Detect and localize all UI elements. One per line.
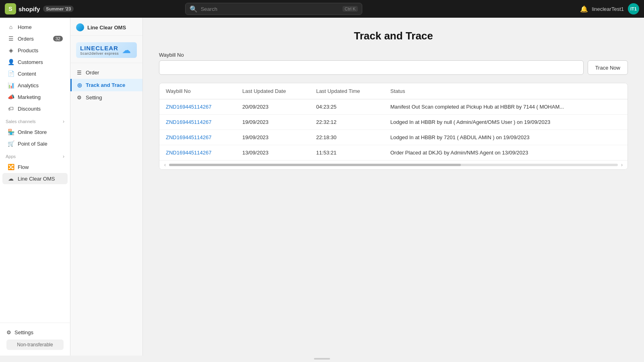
plugin-sidebar: Line Clear OMS LINECLEAR Scan2deliver ex… bbox=[70, 18, 143, 356]
user-avatar[interactable]: lT1 bbox=[628, 3, 639, 14]
non-transferable-text: Non-transferable bbox=[17, 342, 53, 348]
sidebar-item-orders[interactable]: ☰ Orders 32 bbox=[2, 33, 68, 44]
lineclear-oms-icon: ☁ bbox=[7, 175, 14, 182]
setting-nav-icon: ⚙ bbox=[76, 95, 83, 101]
sidebar-item-line-clear-oms[interactable]: ☁ Line Clear OMS bbox=[2, 173, 68, 184]
trace-table-wrapper: Waybill No Last Updated Date Last Update… bbox=[159, 83, 628, 170]
plugin-nav: ☰ Order ◎ Track and Trace ⚙ Setting bbox=[70, 63, 142, 107]
orders-icon: ☰ bbox=[7, 35, 14, 42]
user-initials: lT1 bbox=[630, 6, 637, 11]
sidebar-item-discounts[interactable]: 🏷 Discounts bbox=[2, 103, 68, 114]
sidebar-nav: ⌂ Home ☰ Orders 32 ◈ Products 👤 Customer… bbox=[0, 18, 70, 323]
apps-chevron-icon: › bbox=[63, 154, 64, 159]
sidebar-item-label: Analytics bbox=[18, 82, 39, 88]
sidebar-item-products[interactable]: ◈ Products bbox=[2, 45, 68, 56]
scroll-left-icon[interactable]: ‹ bbox=[163, 162, 167, 168]
non-transferable-badge: Non-transferable bbox=[6, 339, 64, 350]
cell-time: 11:53:21 bbox=[310, 145, 384, 160]
sidebar-item-label: Products bbox=[18, 47, 38, 53]
topbar-right: 🔔 lineclearTest1 lT1 bbox=[580, 3, 640, 14]
marketing-icon: 📣 bbox=[7, 94, 14, 100]
plugin-header: Line Clear OMS bbox=[70, 18, 142, 36]
plugin-nav-label: Setting bbox=[86, 95, 102, 101]
cell-status: Order Placed at DKJG by Admin/NMS Agent … bbox=[384, 145, 627, 160]
sidebar-item-online-store[interactable]: 🏪 Online Store bbox=[2, 126, 68, 138]
plugin-logo-section: LINECLEAR Scan2deliver express ☁ bbox=[70, 36, 142, 63]
waybill-link[interactable]: ZND169445114267 bbox=[166, 104, 211, 110]
lineclear-text: LINECLEAR Scan2deliver express bbox=[80, 45, 119, 56]
scroll-track bbox=[169, 164, 618, 166]
sidebar-item-label: Line Clear OMS bbox=[18, 176, 55, 182]
table-row: ZND169445114267 13/09/2023 11:53:21 Orde… bbox=[159, 145, 627, 160]
cell-waybill: ZND169445114267 bbox=[159, 115, 236, 130]
lineclear-sub-text: Scan2deliver express bbox=[80, 51, 119, 56]
lineclear-logo: LINECLEAR Scan2deliver express ☁ bbox=[76, 42, 137, 58]
plugin-nav-order[interactable]: ☰ Order bbox=[70, 66, 142, 79]
sidebar-item-label: Flow bbox=[18, 164, 29, 170]
scroll-right-icon[interactable]: › bbox=[619, 162, 624, 168]
sidebar-item-flow[interactable]: 🔀 Flow bbox=[2, 161, 68, 173]
cell-status: Lodged In at HBBR by null ( Admin/Agent/… bbox=[384, 115, 627, 130]
page-title: Track and Trace bbox=[159, 30, 628, 42]
cell-status: Manifest Out Scan completed at Pickup Hu… bbox=[384, 99, 627, 115]
plugin-nav-track-and-trace[interactable]: ◎ Track and Trace bbox=[70, 79, 142, 91]
plugin-nav-setting[interactable]: ⚙ Setting bbox=[70, 91, 142, 104]
sidebar-item-label: Orders bbox=[18, 36, 34, 42]
apps-label: Apps bbox=[6, 154, 16, 159]
waybill-input[interactable] bbox=[159, 60, 584, 75]
waybill-link[interactable]: ZND169445114267 bbox=[166, 119, 211, 125]
customers-icon: 👤 bbox=[7, 59, 14, 65]
sidebar-item-home[interactable]: ⌂ Home bbox=[2, 21, 68, 33]
plugin-cloud-icon bbox=[76, 23, 84, 31]
sidebar-item-point-of-sale[interactable]: 🛒 Point of Sale bbox=[2, 138, 68, 149]
version-badge: Summer '23 bbox=[43, 6, 74, 12]
orders-badge: 32 bbox=[53, 36, 63, 41]
sidebar-item-label: Marketing bbox=[18, 94, 41, 100]
cell-date: 20/09/2023 bbox=[236, 99, 310, 115]
products-icon: ◈ bbox=[7, 47, 14, 53]
sidebar-item-label: Home bbox=[18, 24, 32, 30]
waybill-link[interactable]: ZND169445114267 bbox=[166, 134, 211, 140]
table-scroll-indicator: ‹ › bbox=[159, 160, 627, 169]
handle-bar bbox=[314, 358, 330, 360]
sidebar-item-analytics[interactable]: 📊 Analytics bbox=[2, 80, 68, 91]
sidebar-item-marketing[interactable]: 📣 Marketing bbox=[2, 91, 68, 103]
waybill-label: Waybill No bbox=[159, 52, 628, 58]
track-nav-icon: ◎ bbox=[76, 82, 83, 88]
plugin-title: Line Clear OMS bbox=[87, 25, 126, 31]
user-label: lineclearTest1 bbox=[592, 6, 624, 12]
search-input[interactable] bbox=[201, 6, 340, 12]
sidebar-item-content[interactable]: 📄 Content bbox=[2, 68, 68, 79]
waybill-section: Waybill No Trace Now bbox=[159, 52, 628, 75]
analytics-icon: 📊 bbox=[7, 82, 14, 88]
apps-section: Apps › bbox=[0, 150, 70, 161]
sidebar-item-label: Customers bbox=[18, 59, 43, 65]
sidebar-item-label: Online Store bbox=[18, 129, 47, 135]
sidebar-item-label: Point of Sale bbox=[18, 141, 47, 147]
cell-time: 04:23:25 bbox=[310, 99, 384, 115]
search-bar[interactable]: 🔍 Ctrl K bbox=[185, 3, 362, 15]
main-layout: ⌂ Home ☰ Orders 32 ◈ Products 👤 Customer… bbox=[0, 18, 644, 356]
settings-icon: ⚙ bbox=[6, 329, 11, 335]
col-last-updated-time: Last Updated Time bbox=[310, 83, 384, 99]
sidebar-item-settings[interactable]: ⚙ Settings bbox=[3, 327, 67, 338]
topbar: S shopify Summer '23 🔍 Ctrl K 🔔 lineclea… bbox=[0, 0, 644, 18]
sidebar-item-label: Discounts bbox=[18, 106, 41, 112]
shopify-logo[interactable]: S shopify Summer '23 bbox=[5, 3, 74, 14]
sales-channels-label: Sales channels bbox=[6, 119, 36, 124]
discounts-icon: 🏷 bbox=[7, 105, 14, 112]
sidebar-footer: ⚙ Settings Non-transferable bbox=[0, 323, 70, 356]
table-row: ZND169445114267 19/09/2023 22:32:12 Lodg… bbox=[159, 115, 627, 130]
sales-channels-section: Sales channels › bbox=[0, 115, 70, 126]
cell-date: 13/09/2023 bbox=[236, 145, 310, 160]
sales-channels-chevron-icon: › bbox=[63, 119, 64, 124]
pos-icon: 🛒 bbox=[7, 140, 14, 147]
search-shortcut: Ctrl K bbox=[343, 6, 358, 12]
sidebar-item-customers[interactable]: 👤 Customers bbox=[2, 56, 68, 68]
waybill-link[interactable]: ZND169445114267 bbox=[166, 150, 211, 156]
trace-now-button[interactable]: Trace Now bbox=[588, 60, 628, 75]
notification-bell-icon[interactable]: 🔔 bbox=[580, 5, 588, 13]
cell-waybill: ZND169445114267 bbox=[159, 130, 236, 145]
shopify-wordmark: shopify bbox=[19, 6, 40, 12]
main-content: Track and Trace Waybill No Trace Now Way… bbox=[143, 18, 644, 356]
